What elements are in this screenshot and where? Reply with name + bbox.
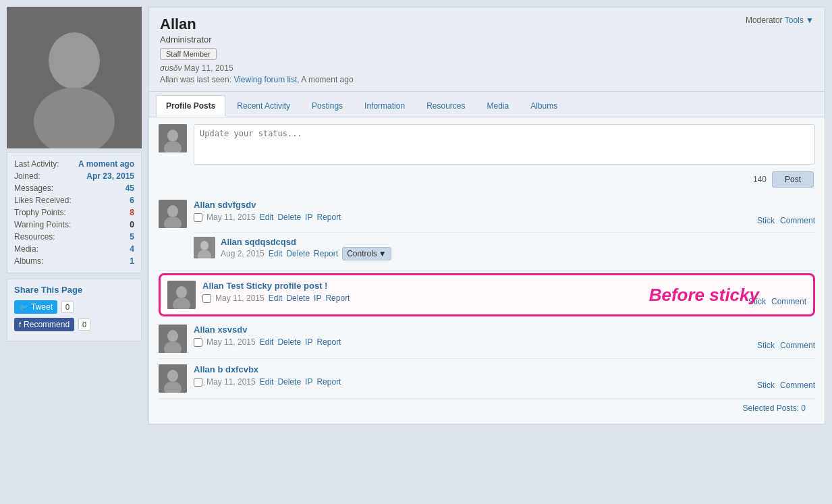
warning-label: Warning Points: bbox=[14, 220, 71, 229]
tab-profile-posts[interactable]: Profile Posts bbox=[156, 95, 225, 117]
likes-value: 6 bbox=[130, 196, 134, 205]
edit-link[interactable]: Edit bbox=[269, 293, 283, 303]
edit-link[interactable]: Edit bbox=[260, 213, 274, 222]
share-title: Share This Page bbox=[14, 285, 134, 295]
recommend-label: Recommend bbox=[24, 320, 70, 329]
post-content: Allan Test Sticky profile post ! May 11,… bbox=[202, 281, 742, 309]
post-avatar bbox=[159, 364, 187, 393]
profile-role: Administrator bbox=[160, 34, 814, 45]
last-activity-label: Last Activity: bbox=[14, 159, 59, 169]
post-meta: May 11, 2015 Edit Delete IP Report bbox=[194, 377, 750, 387]
delete-link[interactable]: Delete bbox=[277, 337, 301, 347]
reply-delete-link[interactable]: Delete bbox=[286, 249, 310, 258]
post-author-link[interactable]: Allan xsvsdv bbox=[194, 325, 248, 335]
messages-label: Messages: bbox=[14, 184, 53, 193]
warning-row: Warning Points: 0 bbox=[14, 219, 134, 231]
delete-link[interactable]: Delete bbox=[286, 293, 310, 303]
resources-value: 5 bbox=[130, 232, 134, 242]
stick-link[interactable]: Stick bbox=[757, 341, 775, 350]
comment-link[interactable]: Comment bbox=[780, 381, 815, 390]
post-date: May 11, 2015 bbox=[206, 377, 256, 387]
media-row: Media: 4 bbox=[14, 243, 134, 255]
post-controls-row: 140 Post bbox=[159, 171, 815, 188]
post-content: Allan xsvsdv May 11, 2015 Edit Delete IP… bbox=[194, 325, 750, 353]
svg-point-20 bbox=[167, 370, 178, 382]
tabs-bar: Profile Posts Recent Activity Postings I… bbox=[149, 92, 825, 117]
tab-resources[interactable]: Resources bbox=[416, 95, 475, 117]
post-actions-right: Stick Comment bbox=[757, 200, 815, 228]
reply-author-link[interactable]: Allan sqdqsdcqsd bbox=[221, 237, 296, 247]
tab-information[interactable]: Information bbox=[354, 95, 415, 117]
trophy-row: Trophy Points: 8 bbox=[14, 206, 134, 219]
tweet-count: 0 bbox=[61, 301, 74, 313]
reply-report-link[interactable]: Report bbox=[314, 249, 338, 258]
post-checkbox[interactable] bbox=[202, 294, 211, 303]
post-checkbox[interactable] bbox=[194, 378, 202, 387]
last-activity-row: Last Activity: A moment ago bbox=[14, 158, 134, 170]
tweet-row: 🐦 Tweet 0 bbox=[14, 300, 134, 314]
report-link[interactable]: Report bbox=[316, 337, 341, 347]
post-checkbox[interactable] bbox=[194, 338, 202, 347]
post-checkbox[interactable] bbox=[194, 213, 202, 222]
tools-link[interactable]: Tools ▼ bbox=[785, 16, 814, 25]
stick-link[interactable]: Stick bbox=[757, 216, 775, 225]
comment-link[interactable]: Comment bbox=[771, 297, 806, 306]
resources-label: Resources: bbox=[14, 232, 55, 242]
status-avatar bbox=[159, 124, 187, 152]
twitter-icon: 🐦 bbox=[19, 303, 28, 312]
controls-dropdown[interactable]: Controls ▼ bbox=[342, 247, 391, 260]
stick-link[interactable]: Stick bbox=[748, 297, 766, 306]
ip-link[interactable]: IP bbox=[305, 337, 312, 347]
ip-link[interactable]: IP bbox=[305, 377, 312, 387]
reply-content: Allan sqdqsdcqsd Aug 2, 2015 Edit Delete… bbox=[221, 237, 391, 260]
selected-posts-text: Selected Posts: 0 bbox=[743, 403, 806, 413]
post-author-link[interactable]: Allan Test Sticky profile post ! bbox=[202, 281, 327, 291]
content-area: Allan Administrator Staff Member συsδν M… bbox=[148, 7, 825, 424]
tab-postings[interactable]: Postings bbox=[302, 95, 353, 117]
post-avatar bbox=[167, 281, 196, 309]
post-author-link[interactable]: Allan b dxfcvbx bbox=[194, 364, 258, 374]
albums-value: 1 bbox=[130, 256, 134, 266]
stick-link[interactable]: Stick bbox=[757, 381, 775, 390]
post-date: May 11, 2015 bbox=[215, 293, 265, 303]
likes-row: Likes Received: 6 bbox=[14, 194, 134, 206]
post-button[interactable]: Post bbox=[772, 171, 814, 188]
edit-link[interactable]: Edit bbox=[260, 377, 274, 387]
reply-edit-link[interactable]: Edit bbox=[269, 249, 283, 258]
post-actions-right: Stick Comment bbox=[757, 325, 815, 353]
post-item-inner: Allan Test Sticky profile post ! May 11,… bbox=[167, 281, 806, 309]
controls-chevron-icon: ▼ bbox=[379, 249, 387, 258]
delete-link[interactable]: Delete bbox=[277, 377, 301, 387]
ip-link[interactable]: IP bbox=[305, 213, 312, 222]
tweet-button[interactable]: 🐦 Tweet bbox=[14, 300, 57, 314]
delete-link[interactable]: Delete bbox=[277, 213, 301, 222]
comment-link[interactable]: Comment bbox=[780, 341, 815, 350]
reply-item: Allan sqdqsdcqsd Aug 2, 2015 Edit Delete… bbox=[194, 232, 815, 264]
report-link[interactable]: Report bbox=[325, 293, 350, 303]
selected-posts-bar: Selected Posts: 0 bbox=[159, 399, 815, 417]
tweet-label: Tweet bbox=[31, 302, 53, 312]
last-seen-link[interactable]: Viewing forum list bbox=[233, 75, 297, 84]
media-value: 4 bbox=[130, 244, 134, 254]
svg-point-17 bbox=[167, 330, 178, 342]
status-update-row bbox=[159, 124, 815, 165]
svg-rect-3 bbox=[7, 7, 142, 148]
edit-link[interactable]: Edit bbox=[260, 337, 274, 347]
sidebar: Last Activity: A moment ago Joined: Apr … bbox=[7, 7, 142, 424]
last-seen-text: Allan was last seen: bbox=[160, 75, 231, 84]
recommend-button[interactable]: f Recommend bbox=[14, 318, 74, 331]
tab-recent-activity[interactable]: Recent Activity bbox=[227, 95, 300, 117]
tab-media[interactable]: Media bbox=[476, 95, 519, 117]
reply-meta: Aug 2, 2015 Edit Delete Report Controls … bbox=[221, 247, 391, 260]
ip-link[interactable]: IP bbox=[314, 293, 321, 303]
comment-link[interactable]: Comment bbox=[780, 216, 815, 225]
moderator-label: Moderator bbox=[746, 16, 783, 25]
report-link[interactable]: Report bbox=[316, 213, 341, 222]
post-author-link[interactable]: Allan sdvfgsdv bbox=[194, 200, 256, 210]
username-italic: συsδν bbox=[160, 63, 182, 73]
post-meta: May 11, 2015 Edit Delete IP Report bbox=[194, 337, 750, 347]
tab-albums[interactable]: Albums bbox=[520, 95, 567, 117]
moderator-tools: Moderator Tools ▼ bbox=[746, 16, 814, 25]
status-textarea[interactable] bbox=[194, 124, 815, 165]
report-link[interactable]: Report bbox=[316, 377, 341, 387]
